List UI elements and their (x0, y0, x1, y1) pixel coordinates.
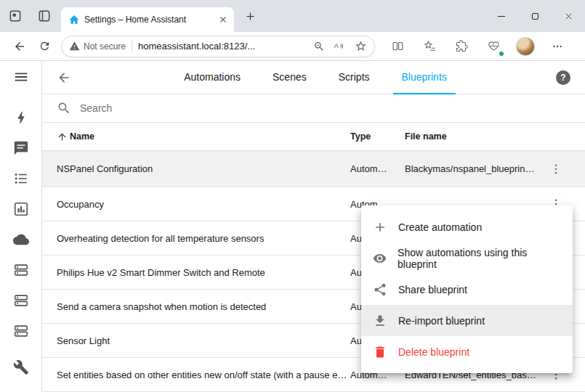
search-row (42, 94, 585, 123)
blueprint-name: Set entities based on other entities new… (57, 369, 350, 380)
menu-item-reimport-blueprint[interactable]: Re-import blueprint (361, 305, 573, 336)
tab-scripts[interactable]: Scripts (330, 61, 379, 94)
blueprint-name: NSPanel Configuration (57, 163, 153, 174)
profile-avatar (516, 37, 535, 56)
close-window-button[interactable] (552, 0, 585, 32)
sidebar-item-hub-2[interactable] (6, 285, 36, 316)
menu-item-label: Re-import blueprint (398, 315, 485, 327)
profile-button[interactable] (513, 34, 538, 59)
cloud-icon (13, 232, 29, 248)
wrench-icon (13, 359, 29, 375)
browser-tab[interactable]: Settings – Home Assistant (61, 7, 234, 32)
address-bar[interactable]: Not secure homeassistant.local:8123/... … (61, 36, 375, 57)
sidebar-item-todo-list[interactable] (6, 163, 36, 194)
sidebar-menu-button[interactable] (6, 61, 36, 93)
extensions-puzzle-icon (456, 40, 468, 52)
cell-name: NSPanel Configuration (57, 163, 350, 174)
column-header-type[interactable]: Type (350, 131, 405, 142)
column-label: File name (405, 131, 447, 142)
table-row[interactable]: NSPanel Configuration Autom… Blackymas/n… (42, 151, 585, 187)
maximize-button[interactable] (518, 0, 552, 32)
tab-blueprints[interactable]: Blueprints (393, 61, 456, 94)
maximize-icon (532, 13, 538, 20)
addressbar-icons: A (313, 40, 367, 52)
cell-type: Autom… (350, 163, 405, 174)
sidebar-item-energy[interactable] (6, 102, 36, 133)
workspaces-button[interactable] (6, 7, 25, 25)
download-icon (373, 314, 387, 328)
sidebar-item-history[interactable] (6, 194, 36, 224)
tab-automations[interactable]: Automations (175, 61, 249, 94)
plus-icon (373, 220, 387, 234)
menu-item-create-automation[interactable]: Create automation (361, 211, 573, 242)
search-icon (57, 101, 71, 115)
tab-actions-button[interactable] (35, 7, 54, 25)
split-screen-button[interactable] (385, 34, 410, 59)
plus-icon (245, 11, 256, 22)
sidebar-item-developer-tools[interactable] (6, 352, 36, 383)
workspaces-icon (13, 14, 16, 17)
sidebar-item-cloud[interactable] (6, 224, 36, 255)
favorites-button[interactable] (417, 34, 442, 59)
tab-scenes[interactable]: Scenes (264, 61, 315, 94)
lightning-bolt-icon (13, 110, 29, 126)
hamburger-menu-icon (13, 69, 29, 85)
menu-item-share-blueprint[interactable]: Share blueprint (361, 274, 573, 305)
zoom-out-icon[interactable] (313, 41, 325, 52)
share-icon (373, 282, 387, 297)
column-header-name[interactable]: Name (57, 131, 350, 142)
cell-name: Overheating detection for all temperatur… (57, 233, 350, 244)
table-header: Name Type File name (42, 123, 585, 151)
settings-more-button[interactable] (545, 34, 570, 59)
ha-tab-bar: Automations Scenes Scripts Blueprints (76, 61, 554, 94)
tab-close-button[interactable] (217, 13, 230, 26)
list-icon (13, 171, 29, 187)
tab-title: Settings – Home Assistant (84, 15, 212, 25)
sort-ascending-icon (57, 131, 68, 142)
minimize-button[interactable] (485, 0, 518, 32)
back-arrow-icon (57, 70, 71, 85)
column-label: Name (70, 131, 94, 142)
menu-item-show-automations[interactable]: Show automations using this blueprint (361, 242, 573, 274)
sidebar-item-hub-1[interactable] (6, 255, 36, 285)
menu-item-delete-blueprint[interactable]: Delete blueprint (361, 336, 573, 367)
column-label: Type (350, 131, 371, 142)
ha-back-button[interactable] (52, 65, 76, 90)
chat-bubble-icon (13, 140, 29, 156)
cell-name: Occupancy (57, 199, 350, 210)
essentials-status-badge (499, 51, 504, 57)
search-input[interactable] (80, 102, 570, 114)
new-tab-button[interactable] (240, 6, 260, 26)
not-secure-warning-icon (69, 41, 80, 52)
sidebar-tools (6, 352, 36, 383)
column-header-file[interactable]: File name (405, 131, 547, 142)
minimize-icon (498, 16, 505, 17)
cell-name: Set entities based on other entities new… (57, 369, 350, 380)
tab-label: Automations (184, 71, 241, 83)
sidebar-item-hub-3[interactable] (6, 316, 36, 346)
refresh-icon (39, 40, 51, 52)
window-controls (485, 0, 585, 32)
browser-navbar: Not secure homeassistant.local:8123/... … (0, 32, 585, 61)
titlebar: Settings – Home Assistant (0, 0, 585, 32)
row-overflow-button[interactable] (547, 163, 565, 176)
server-icon (13, 323, 29, 339)
bar-chart-icon (13, 201, 29, 217)
ha-header: Automations Scenes Scripts Blueprints ? (42, 61, 585, 94)
security-label[interactable]: Not secure (84, 41, 126, 52)
extensions-button[interactable] (449, 34, 474, 59)
refresh-button[interactable] (32, 34, 57, 59)
back-button[interactable] (7, 34, 32, 59)
favorite-star-icon[interactable] (355, 40, 367, 52)
svg-text:A: A (334, 42, 339, 49)
sidebar-item-logbook[interactable] (6, 133, 36, 163)
url-text[interactable]: homeassistant.local:8123/... (138, 41, 307, 52)
blueprint-name: Overheating detection for all temperatur… (57, 233, 264, 244)
read-aloud-icon[interactable]: A (334, 40, 346, 52)
close-window-icon (565, 12, 573, 20)
browser-essentials-button[interactable] (481, 34, 506, 59)
help-button[interactable]: ? (554, 69, 572, 86)
addressbar-divider (132, 41, 132, 52)
blueprint-name: Philips Hue v2 Smart Dimmer Switch and R… (57, 267, 265, 278)
trash-icon (373, 345, 387, 359)
